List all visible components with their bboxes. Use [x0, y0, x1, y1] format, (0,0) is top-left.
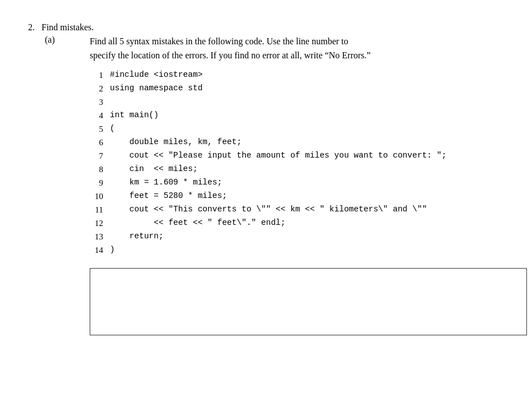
- code-line: 2using namespace std: [90, 82, 504, 95]
- line-number: 11: [90, 203, 110, 216]
- line-code-text: return;: [110, 230, 164, 243]
- code-line: 11 cout << "This converts to \"" << km <…: [90, 203, 504, 216]
- code-line: 3: [90, 95, 504, 109]
- code-line: 7 cout << "Please input the amount of mi…: [90, 149, 504, 163]
- line-number: 1: [90, 68, 110, 82]
- question-block: 2. Find mistakes. (a) Find all 5 syntax …: [28, 22, 504, 335]
- line-code-text: using namespace std: [110, 82, 202, 95]
- line-number: 5: [90, 122, 110, 136]
- line-code-text: (: [110, 122, 115, 136]
- part-a-row: (a) Find all 5 syntax mistakes in the fo…: [45, 35, 504, 63]
- answer-box[interactable]: [90, 268, 527, 335]
- code-line: 6 double miles, km, feet;: [90, 136, 504, 149]
- line-code-text: km = 1.609 * miles;: [110, 176, 222, 190]
- line-code-text: int main(): [110, 109, 159, 122]
- line-code-text: cin << miles;: [110, 163, 198, 176]
- part-a-line1: Find all 5 syntax mistakes in the follow…: [90, 35, 371, 49]
- line-code-text: #include <iostream>: [110, 68, 202, 82]
- code-line: 14): [90, 243, 504, 257]
- line-number: 10: [90, 190, 110, 203]
- line-code-text: << feet << " feet\"." endl;: [110, 216, 285, 230]
- line-number: 14: [90, 243, 110, 257]
- line-code-text: cout << "This converts to \"" << km << "…: [110, 203, 427, 216]
- question-number: 2.: [28, 22, 35, 33]
- question-label: Find mistakes.: [41, 22, 94, 33]
- line-number: 3: [90, 95, 110, 109]
- code-block: 1#include <iostream>2using namespace std…: [90, 68, 504, 257]
- line-code-text: double miles, km, feet;: [110, 136, 242, 149]
- line-number: 13: [90, 230, 110, 243]
- line-number: 2: [90, 82, 110, 95]
- line-number: 8: [90, 163, 110, 176]
- line-code-text: cout << "Please input the amount of mile…: [110, 149, 446, 163]
- line-code-text: ): [110, 243, 115, 257]
- code-line: 9 km = 1.609 * miles;: [90, 176, 504, 190]
- code-line: 13 return;: [90, 230, 504, 243]
- line-number: 12: [90, 216, 110, 230]
- code-line: 12 << feet << " feet\"." endl;: [90, 216, 504, 230]
- question-header: 2. Find mistakes.: [28, 22, 504, 33]
- line-number: 4: [90, 109, 110, 122]
- line-number: 7: [90, 149, 110, 163]
- code-line: 5(: [90, 122, 504, 136]
- code-line: 1#include <iostream>: [90, 68, 504, 82]
- code-line: 10 feet = 5280 * miles;: [90, 190, 504, 203]
- line-number: 6: [90, 136, 110, 149]
- code-line: 8 cin << miles;: [90, 163, 504, 176]
- part-a-line2: specify the location of the errors. If y…: [45, 49, 371, 63]
- code-line: 4int main(): [90, 109, 504, 122]
- part-a-text: Find all 5 syntax mistakes in the follow…: [90, 35, 371, 63]
- line-code-text: feet = 5280 * miles;: [110, 190, 227, 203]
- line-number: 9: [90, 176, 110, 190]
- part-a: (a) Find all 5 syntax mistakes in the fo…: [45, 35, 504, 335]
